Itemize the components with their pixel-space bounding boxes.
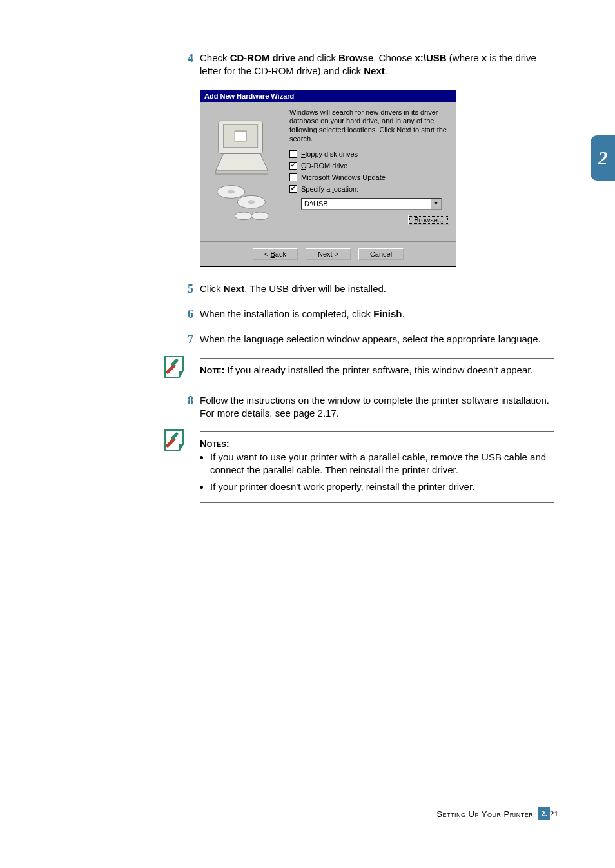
chevron-down-icon[interactable]: ▼ [431,199,441,209]
page-number-group: 2.21 [538,809,558,819]
note-icon [161,353,190,381]
step-body: Click Next. The USB driver will be insta… [200,282,554,296]
step-number: 4 [181,52,200,78]
step-6: 6 When the installation is completed, cl… [181,308,554,321]
cancel-button[interactable]: Cancel [358,248,404,260]
step-4: 4 Check CD-ROM drive and click Browse. C… [181,52,554,78]
chapter-tab: 2 [591,135,615,181]
bold: CD-ROM drive [230,52,296,63]
note-label: Note: [200,364,224,375]
dialog-body: Windows will search for new drivers in i… [200,102,456,241]
note-block: Note: If you already installed the print… [181,358,554,382]
floppy-drives-option[interactable]: Floppy disk drives [289,150,449,158]
svg-rect-2 [235,131,246,141]
dialog-titlebar: Add New Hardware Wizard [200,90,456,102]
bold: Browse [338,52,373,63]
step-number: 5 [181,282,200,296]
bold: Finish [373,308,402,319]
svg-point-8 [235,212,253,219]
step-number: 7 [181,333,200,346]
page-number: 21 [550,809,558,818]
svg-point-7 [248,200,255,204]
bold: Next [224,283,245,294]
note-icon [161,426,190,455]
page-footer: Setting Up Your Printer 2.21 [436,809,558,819]
text: Check [200,52,230,63]
svg-point-5 [227,190,235,193]
note-body: Note: If you already installed the print… [181,359,554,382]
wizard-description: Windows will search for new drivers in i… [289,108,449,144]
checkbox-icon [289,150,297,158]
option-label: Microsoft Windows Update [301,173,386,181]
notes-body: Notes: If you want to use your printer w… [181,432,554,502]
back-button[interactable]: < Back [253,248,298,260]
specify-location-option[interactable]: ✔ Specify a location: [289,185,449,193]
add-new-hardware-wizard-dialog: Add New Hardware Wizard Win [200,90,456,267]
step-7: 7 When the language selection window app… [181,333,554,346]
checkbox-checked-icon: ✔ [289,185,297,193]
notes-block: Notes: If you want to use your printer w… [181,431,554,503]
list-item: If you want to use your printer with a p… [210,451,554,477]
cdrom-drive-option[interactable]: ✔ CD-ROM drive [289,162,449,170]
section-title: Setting Up Your Printer [436,809,533,819]
location-combobox[interactable]: D:\USB ▼ [301,198,442,210]
wizard-right-panel: Windows will search for new drivers in i… [283,108,449,237]
dialog-footer: < Back Next > Cancel [200,241,456,266]
text: and click [295,52,338,63]
svg-rect-3 [216,170,268,174]
chapter-badge: 2. [538,807,550,820]
notes-label: Notes: [200,438,229,449]
step-body: When the installation is completed, clic… [200,308,554,321]
text: . [385,65,387,76]
option-label: CD-ROM drive [301,162,347,170]
bold: x:\USB [415,52,446,63]
step-5: 5 Click Next. The USB driver will be ins… [181,282,554,296]
text: . The USB driver will be installed. [244,283,386,294]
checkbox-icon [289,173,297,181]
bold: Next [364,65,385,76]
text: . Choose [373,52,415,63]
option-label: Floppy disk drives [301,150,358,158]
checkbox-checked-icon: ✔ [289,162,297,170]
step-body: Follow the instructions on the window to… [200,394,554,420]
page-content: 4 Check CD-ROM drive and click Browse. C… [181,52,554,515]
step-body: When the language selection window appea… [200,333,554,346]
computer-cd-icon [207,108,283,237]
bold: x [482,52,487,63]
note-text: If you already installed the printer sof… [224,364,532,375]
location-value: D:\USB [302,199,431,209]
list-item: If your printer doesn't work properly, r… [210,480,554,493]
step-number: 6 [181,308,200,321]
step-body: Check CD-ROM drive and click Browse. Cho… [200,52,554,78]
next-button[interactable]: Next > [306,248,351,260]
option-label: Specify a location: [301,185,358,193]
step-8: 8 Follow the instructions on the window … [181,394,554,420]
svg-point-9 [251,212,269,219]
text: Click [200,283,224,294]
text: . [402,308,404,319]
location-group: D:\USB ▼ Browse... [301,197,449,225]
windows-update-option[interactable]: Microsoft Windows Update [289,173,449,181]
step-number: 8 [181,394,200,420]
text: When the installation is completed, clic… [200,308,373,319]
browse-button[interactable]: Browse... [408,215,449,225]
wizard-illustration [207,108,283,237]
text: (where [447,52,482,63]
